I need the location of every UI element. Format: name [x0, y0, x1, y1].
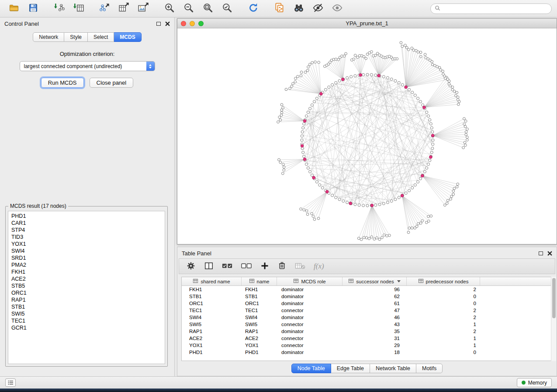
table-row[interactable]: ACE2ACE2connector311	[182, 335, 552, 342]
table-scrollbar-thumb[interactable]	[552, 278, 556, 318]
search-input[interactable]	[443, 6, 547, 12]
mcds-result-item[interactable]: TID3	[11, 234, 165, 241]
mcds-result-list[interactable]: PHD1CAR1STP4TID3YOX1SWI4SRD1PMA2FKH1ACE2…	[8, 211, 165, 364]
import-table-button[interactable]	[70, 2, 87, 16]
table-cell: dominator	[277, 328, 343, 335]
table-row[interactable]: FKH1FKH1dominator962	[182, 286, 552, 293]
column-header-successor-nodes[interactable]: successor nodes	[343, 277, 407, 285]
tab-network[interactable]: Network	[33, 32, 64, 42]
copy-network-button[interactable]	[271, 2, 288, 16]
table-cell: 62	[343, 293, 407, 300]
tab-network-table[interactable]: Network Table	[370, 364, 416, 373]
columns-icon	[204, 261, 214, 272]
close-table-panel-icon[interactable]	[547, 251, 552, 256]
search-field[interactable]	[430, 3, 552, 14]
table-cell: dominator	[277, 300, 343, 307]
tab-node-table[interactable]: Node Table	[291, 364, 331, 373]
tab-edge-table[interactable]: Edge Table	[331, 364, 370, 373]
column-header-shared-name[interactable]: shared name	[182, 277, 242, 285]
dominator-node	[431, 134, 434, 137]
zoom-fit-button[interactable]	[199, 2, 217, 16]
mcds-result-item[interactable]: SWI5	[11, 310, 165, 317]
import-network-button[interactable]	[51, 2, 68, 16]
zoom-in-button[interactable]	[161, 2, 178, 16]
mcds-result-item[interactable]: STB5	[11, 282, 165, 289]
function-builder-button[interactable]: f(x)	[314, 261, 324, 272]
table-header-row: shared namenameMCDS rolesuccessor nodesp…	[182, 277, 552, 286]
float-panel-icon[interactable]	[156, 22, 161, 26]
mcds-result-item[interactable]: SWI4	[11, 248, 165, 254]
table-cell: RAP1	[242, 328, 277, 335]
table-cell: STB1	[242, 293, 277, 300]
save-session-button[interactable]	[24, 2, 42, 16]
mcds-result-item[interactable]: YOX1	[11, 241, 165, 248]
table-row[interactable]: TEC1TEC1connector472	[182, 307, 552, 314]
trash-icon	[277, 261, 287, 272]
table-settings-button[interactable]	[186, 261, 196, 272]
table-cell: 2	[407, 286, 480, 293]
network-canvas[interactable]	[177, 28, 557, 244]
table-cell-filler	[480, 342, 552, 349]
delete-column-button[interactable]	[277, 261, 287, 272]
find-button[interactable]	[290, 2, 308, 16]
mcds-result-item[interactable]: TEC1	[11, 317, 165, 324]
float-table-panel-icon[interactable]	[539, 251, 543, 255]
export-table-button[interactable]	[115, 2, 133, 16]
table-cell-filler	[480, 286, 552, 293]
column-header-mcds-role[interactable]: MCDS role	[277, 277, 343, 285]
select-all-columns-button[interactable]	[222, 261, 233, 272]
memory-button[interactable]: Memory	[517, 378, 552, 387]
close-panel-icon[interactable]	[165, 21, 170, 26]
table-cell-filler	[480, 349, 552, 356]
mcds-result-item[interactable]: ORC1	[11, 289, 165, 296]
zoom-selected-button[interactable]	[218, 2, 236, 16]
export-network-button[interactable]	[96, 2, 114, 16]
table-row[interactable]: RAP1RAP1dominator352	[182, 328, 552, 335]
mcds-result-item[interactable]: STB1	[11, 303, 165, 310]
delete-table-button[interactable]	[295, 261, 305, 272]
mcds-result-item[interactable]: FKH1	[11, 268, 165, 275]
mcds-result-item[interactable]: PHD1	[11, 213, 165, 220]
sort-indicator-icon	[397, 280, 401, 282]
refresh-view-button[interactable]	[245, 2, 262, 16]
mcds-result-item[interactable]: SRD1	[11, 254, 165, 261]
zoom-out-button[interactable]	[180, 2, 197, 16]
mcds-result-item[interactable]: GCR1	[11, 324, 165, 331]
table-row[interactable]: STB1STB1dominator620	[182, 293, 552, 300]
create-column-button[interactable]	[260, 261, 269, 272]
mcds-result-item[interactable]: RAP1	[11, 296, 165, 303]
table-cell: PHD1	[242, 349, 277, 356]
tab-motifs[interactable]: Motifs	[416, 364, 443, 373]
table-row[interactable]: YOX1YOX1connector291	[182, 342, 552, 349]
network-window: YPA_prune.txt_1	[177, 18, 557, 244]
tab-select[interactable]: Select	[88, 32, 114, 42]
show-columns-button[interactable]	[204, 261, 214, 272]
column-header-name[interactable]: name	[242, 277, 277, 285]
tab-mcds[interactable]: MCDS	[114, 32, 141, 42]
mcds-result-item[interactable]: PMA2	[11, 261, 165, 268]
table-scrollbar[interactable]	[551, 277, 556, 361]
table-row[interactable]: PHD1PHD1dominator180	[182, 349, 552, 356]
export-image-button[interactable]	[135, 2, 152, 16]
table-row[interactable]: ORC1ORC1dominator610	[182, 300, 552, 307]
optimization-select[interactable]: largest connected component (undirected)	[20, 61, 155, 71]
table-row[interactable]: SWI5SWI5connector431	[182, 321, 552, 328]
tab-style[interactable]: Style	[64, 32, 88, 42]
mcds-result-item[interactable]: CAR1	[11, 220, 165, 227]
show-graphics-button[interactable]	[329, 2, 346, 16]
table-cell-filler	[480, 300, 552, 307]
network-window-titlebar[interactable]: YPA_prune.txt_1	[177, 19, 557, 28]
open-file-button[interactable]	[5, 2, 23, 16]
task-history-button[interactable]	[5, 378, 16, 387]
run-mcds-button[interactable]: Run MCDS	[41, 78, 84, 88]
unselect-all-columns-button[interactable]	[241, 261, 252, 272]
close-panel-button[interactable]: Close panel	[90, 78, 134, 88]
mcds-result-group: MCDS result (17 nodes) PHD1CAR1STP4TID3Y…	[5, 203, 168, 367]
mcds-result-item[interactable]: STP4	[11, 227, 165, 234]
hide-annotations-button[interactable]	[309, 2, 327, 16]
table-row[interactable]: SWI4SWI4dominator462	[182, 314, 552, 321]
mcds-result-item[interactable]: ACE2	[11, 275, 165, 282]
desktop-wallpaper-strip	[0, 389, 557, 392]
dominator-node	[401, 194, 404, 197]
column-header-predecessor-nodes[interactable]: predecessor nodes	[407, 277, 480, 285]
